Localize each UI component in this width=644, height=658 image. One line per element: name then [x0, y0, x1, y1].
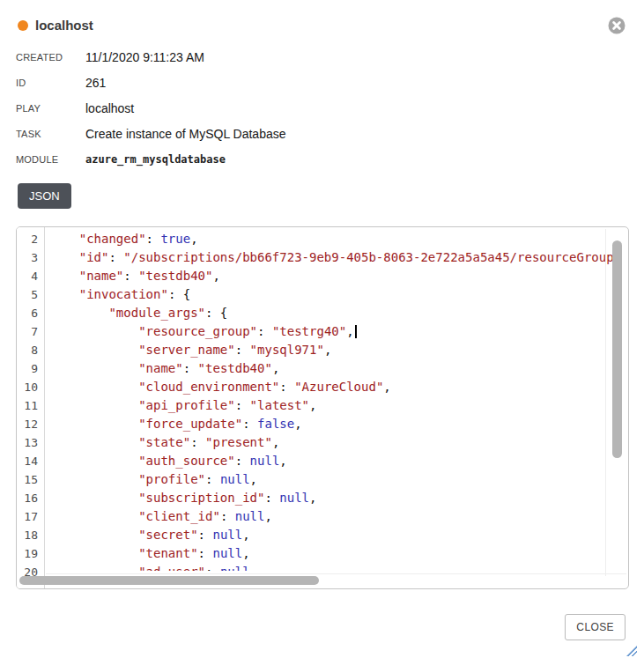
token-string: "testrg40" [272, 324, 346, 338]
code-line: "subscription_id": null, [49, 489, 622, 507]
code-line: "api_profile": "latest", [49, 396, 622, 415]
detail-label: PLAY [16, 103, 85, 114]
token-punctuation: , [250, 565, 257, 571]
code-line: "module_args": { [49, 304, 622, 322]
token-punctuation [49, 306, 108, 320]
code-line: "invocation": { [49, 285, 622, 304]
token-string: "name" [138, 361, 183, 375]
token-string: "latest" [250, 398, 309, 412]
code-line: "state": "present", [49, 433, 622, 452]
code-line: "name": "testdb40", [49, 267, 622, 285]
token-string: "api_profile" [138, 398, 235, 412]
code-line: "auth_source": null, [49, 452, 622, 470]
token-string: "mysql971" [250, 343, 324, 357]
token-string: "secret" [138, 528, 197, 542]
detail-value: Create instance of MySQL Database [85, 127, 286, 141]
token-constant: null [279, 491, 309, 505]
token-constant: null [220, 472, 250, 486]
token-punctuation: , [242, 546, 249, 560]
token-punctuation [49, 491, 138, 505]
token-punctuation: , [272, 361, 279, 375]
close-icon [608, 17, 625, 34]
detail-value: 11/1/2020 9:11:23 AM [85, 50, 204, 64]
line-number: 11 [17, 396, 44, 415]
code-line: "tenant": null, [49, 544, 622, 563]
line-number: 6 [17, 304, 44, 322]
json-code-editor[interactable]: 234567891011121314151617181920 "changed"… [16, 226, 629, 589]
detail-label: MODULE [16, 154, 85, 165]
code-line: "ad_user": null, [49, 563, 622, 571]
detail-value: azure_rm_mysqldatabase [85, 153, 226, 166]
token-string: "subscription_id" [138, 491, 264, 505]
modal-title: localhost [35, 18, 93, 33]
token-punctuation: : [198, 546, 213, 560]
token-punctuation: : [235, 454, 250, 468]
detail-row: CREATED11/1/2020 9:11:23 AM [16, 44, 286, 70]
token-string: "state" [138, 435, 190, 449]
token-string: "client_id" [138, 509, 220, 523]
line-number: 16 [17, 489, 44, 507]
token-string: "server_name" [138, 343, 235, 357]
token-punctuation: , [250, 472, 257, 486]
token-string: "present" [205, 435, 272, 449]
token-string: "id" [79, 250, 109, 264]
detail-row: PLAYlocalhost [16, 95, 286, 121]
token-constant: null [220, 565, 250, 571]
token-punctuation [49, 343, 138, 357]
vertical-scrollbar[interactable] [612, 240, 622, 458]
token-constant: null [212, 546, 242, 560]
token-punctuation: , [309, 398, 316, 412]
line-number: 4 [17, 267, 44, 285]
token-punctuation [49, 250, 79, 264]
token-punctuation: , [264, 509, 271, 523]
token-punctuation: : [242, 417, 257, 431]
token-punctuation: : [205, 472, 220, 486]
code-line: "client_id": null, [49, 507, 622, 526]
horizontal-scrollbar[interactable] [19, 576, 319, 585]
detail-row: TASKCreate instance of MySQL Database [16, 121, 286, 146]
token-punctuation: : [220, 509, 235, 523]
code-line: "id": "/subscriptions/bb66f723-9eb9-405b… [49, 248, 622, 267]
line-number: 13 [17, 433, 44, 452]
code-line: "server_name": "mysql971", [49, 341, 622, 359]
token-punctuation: , [383, 380, 390, 394]
token-punctuation: : [235, 343, 250, 357]
horizontal-scroll-track [46, 573, 626, 574]
token-punctuation: , [279, 454, 286, 468]
token-punctuation: : [198, 528, 213, 542]
code-line: "force_update": false, [49, 415, 622, 433]
token-punctuation: : [205, 565, 220, 571]
token-string: "tenant" [138, 546, 197, 560]
token-punctuation: , [242, 528, 249, 542]
code-line: "resource_group": "testrg40", [49, 322, 622, 341]
detail-row: MODULEazure_rm_mysqldatabase [16, 146, 286, 172]
resize-handle-icon[interactable] [626, 646, 637, 656]
line-number: 17 [17, 507, 44, 526]
token-punctuation [49, 398, 138, 412]
token-punctuation: , [324, 343, 331, 357]
detail-label: CREATED [16, 52, 85, 63]
token-string: "cloud_environment" [138, 380, 279, 394]
token-constant: null [235, 509, 265, 523]
token-string: "testdb40" [138, 269, 212, 283]
line-number: 18 [17, 526, 44, 544]
token-punctuation: : { [168, 287, 190, 301]
token-string: "auth_source" [138, 454, 235, 468]
token-punctuation [49, 454, 138, 468]
detail-label: TASK [16, 129, 85, 139]
token-punctuation: : [146, 232, 161, 246]
token-punctuation: : [123, 269, 138, 283]
close-button[interactable]: CLOSE [565, 614, 625, 640]
token-punctuation [49, 472, 138, 486]
vertical-scroll-track [605, 229, 606, 576]
token-punctuation [49, 287, 79, 301]
token-punctuation: , [212, 269, 219, 283]
json-tab-button[interactable]: JSON [18, 183, 71, 209]
token-string: "AzureCloud" [294, 380, 383, 394]
modal-header: localhost [18, 18, 93, 33]
code-content[interactable]: "changed": true, "id": "/subscriptions/b… [49, 230, 622, 571]
token-punctuation: : { [205, 306, 227, 320]
token-string: "name" [79, 269, 124, 283]
close-modal-button[interactable] [608, 17, 625, 34]
detail-value: 261 [85, 76, 106, 90]
